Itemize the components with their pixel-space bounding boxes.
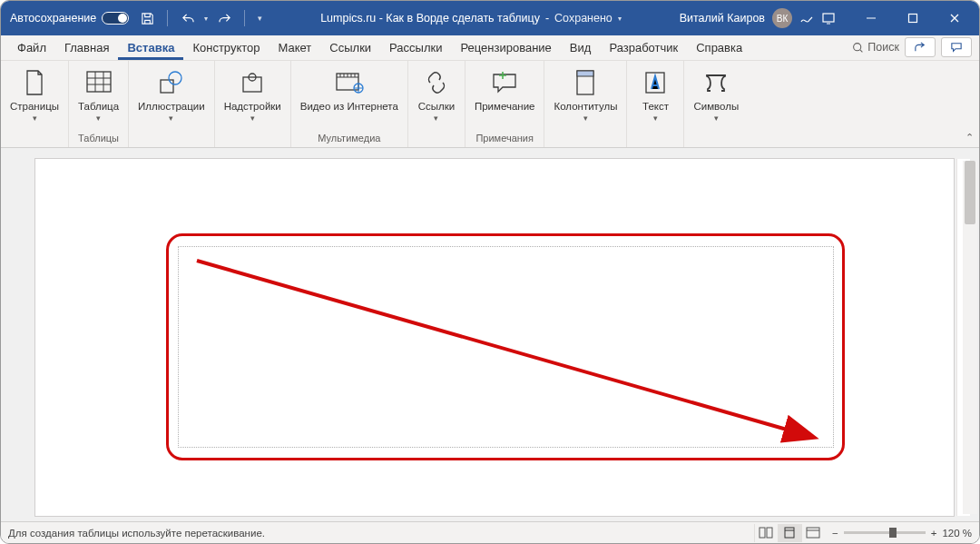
title-right: Виталий Каиров ВК	[680, 1, 975, 35]
svg-rect-16	[785, 528, 794, 538]
svg-rect-15	[767, 528, 772, 538]
link-icon	[420, 66, 453, 99]
svg-rect-6	[243, 77, 261, 92]
comment-icon	[488, 66, 521, 99]
undo-icon[interactable]	[181, 11, 195, 25]
window-controls	[850, 1, 975, 35]
video-button[interactable]: Видео из Интернета	[293, 64, 406, 113]
tab-layout[interactable]: Макет	[270, 37, 321, 60]
zoom-in-button[interactable]: +	[931, 528, 937, 539]
tab-help[interactable]: Справка	[687, 37, 751, 60]
web-layout-icon[interactable]	[801, 524, 825, 542]
group-headers: Колонтитулы▾	[544, 61, 627, 147]
tab-references[interactable]: Ссылки	[320, 37, 380, 60]
header-icon	[569, 66, 602, 99]
table-icon	[83, 66, 115, 99]
illustrations-button[interactable]: Иллюстрации▾	[131, 64, 212, 123]
group-comments: Примечание Примечания	[466, 61, 545, 147]
svg-rect-4	[161, 80, 173, 93]
status-bar: Для создания таблицы используйте перетас…	[1, 521, 979, 543]
app-window: Автосохранение ▾ ▾ Lumpics.ru - Как в Во…	[0, 0, 980, 544]
titlebar: Автосохранение ▾ ▾ Lumpics.ru - Как в Во…	[1, 1, 979, 35]
group-multimedia: Видео из Интернета Мультимедиа	[291, 61, 408, 147]
annotation-frame	[166, 233, 845, 460]
group-links: Ссылки▾	[408, 61, 466, 147]
table-button[interactable]: Таблица▾	[71, 64, 126, 123]
user-name: Виталий Каиров	[680, 12, 765, 25]
video-icon	[333, 66, 366, 99]
svg-rect-11	[577, 71, 593, 76]
save-status: Сохранено	[554, 12, 612, 25]
autosave-label: Автосохранение	[10, 12, 96, 25]
svg-point-2	[854, 43, 861, 50]
search-label: Поиск	[867, 41, 899, 54]
zoom-control: − + 120 %	[832, 528, 972, 539]
group-addins: Надстройки▾	[215, 61, 291, 147]
redo-icon[interactable]	[217, 11, 231, 25]
pages-button[interactable]: Страницы▾	[3, 64, 66, 123]
svg-rect-1	[909, 15, 917, 23]
tab-home[interactable]: Главная	[55, 37, 118, 60]
symbols-button[interactable]: Символы▾	[686, 64, 746, 123]
group-symbols: Символы▾	[684, 61, 748, 147]
comment-button[interactable]: Примечание	[467, 64, 543, 113]
shapes-icon	[155, 66, 188, 99]
qat: ▾ ▾	[140, 10, 262, 26]
save-icon[interactable]	[140, 11, 154, 25]
minimize-button[interactable]	[850, 1, 892, 35]
ribbon-display-icon[interactable]	[821, 11, 836, 25]
tab-design[interactable]: Конструктор	[183, 37, 269, 60]
print-layout-icon[interactable]	[778, 524, 801, 542]
tab-file[interactable]: Файл	[8, 37, 55, 60]
zoom-out-button[interactable]: −	[832, 528, 838, 539]
svg-rect-3	[87, 72, 111, 92]
svg-rect-0	[823, 14, 834, 22]
group-text: Текст▾	[627, 61, 684, 147]
status-message: Для создания таблицы используйте перетас…	[8, 528, 265, 539]
comments-button[interactable]	[941, 37, 972, 57]
omega-icon	[700, 66, 732, 99]
group-tables: Таблица▾ Таблицы	[69, 61, 129, 147]
ribbon: Страницы▾ Таблица▾ Таблицы Иллюстрации▾	[1, 61, 979, 148]
svg-rect-17	[807, 528, 819, 538]
doc-title: Lumpics.ru - Как в Ворде сделать таблицу	[320, 12, 540, 25]
headers-button[interactable]: Колонтитулы▾	[546, 64, 624, 123]
text-icon	[639, 66, 671, 99]
search-box[interactable]: Поиск	[852, 41, 899, 54]
autosave: Автосохранение	[10, 12, 129, 25]
collapse-ribbon-icon[interactable]: ⌃	[965, 132, 974, 143]
tab-review[interactable]: Рецензирование	[451, 37, 560, 60]
draw-icon[interactable]	[799, 11, 814, 25]
addins-button[interactable]: Надстройки▾	[217, 64, 289, 123]
zoom-slider[interactable]	[844, 531, 926, 534]
svg-point-5	[169, 72, 181, 84]
tab-mailings[interactable]: Рассылки	[380, 37, 451, 60]
group-pages: Страницы▾	[1, 61, 69, 147]
tab-view[interactable]: Вид	[561, 37, 601, 60]
document-area[interactable]	[1, 148, 979, 521]
links-button[interactable]: Ссылки▾	[410, 64, 463, 123]
text-button[interactable]: Текст▾	[629, 64, 681, 123]
page-icon	[18, 66, 51, 99]
svg-rect-14	[760, 528, 765, 538]
zoom-value[interactable]: 120 %	[942, 528, 972, 539]
tab-insert[interactable]: Вставка	[118, 37, 183, 60]
close-button[interactable]	[934, 1, 975, 35]
addins-icon	[236, 66, 269, 99]
group-illustrations: Иллюстрации▾	[129, 61, 215, 147]
maximize-button[interactable]	[892, 1, 934, 35]
share-button[interactable]	[905, 37, 936, 57]
avatar[interactable]: ВК	[772, 8, 792, 28]
vertical-scrollbar[interactable]	[963, 161, 977, 514]
menu-tabs: Файл Главная Вставка Конструктор Макет С…	[1, 35, 979, 61]
read-mode-icon[interactable]	[754, 524, 778, 542]
title-center: Lumpics.ru - Как в Ворде сделать таблицу…	[262, 12, 679, 25]
qat-more-icon[interactable]: ▾	[258, 14, 262, 23]
autosave-toggle[interactable]	[102, 12, 129, 25]
tab-developer[interactable]: Разработчик	[600, 37, 687, 60]
